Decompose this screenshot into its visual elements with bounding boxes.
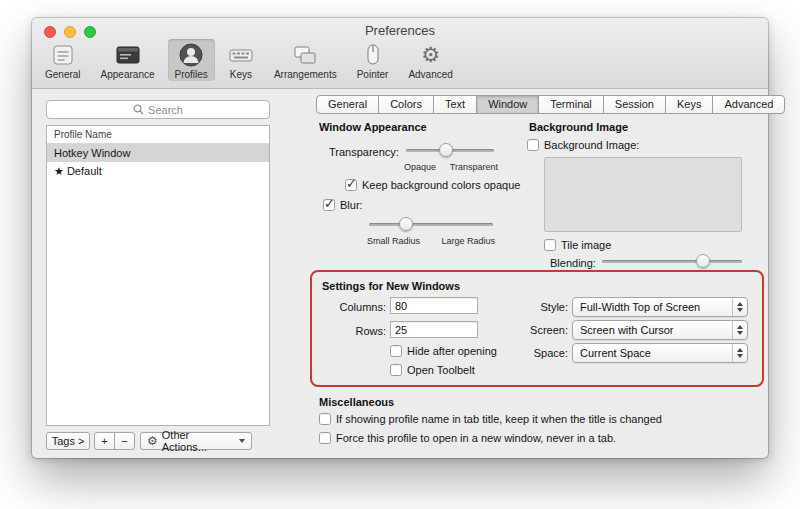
other-actions-label: Other Actions...: [162, 429, 235, 453]
background-image-checkbox[interactable]: Background Image:: [527, 139, 639, 151]
toolbar-item-label: Profiles: [175, 69, 208, 80]
force-new-window-checkbox[interactable]: Force this profile to open in a new wind…: [319, 432, 616, 444]
toolbar-item-label: Pointer: [357, 69, 389, 80]
screen: Preferences General Appearance: [0, 0, 800, 509]
blur-label: Blur:: [340, 199, 363, 211]
blur-minmax: Small Radius Large Radius: [367, 236, 495, 246]
profiles-icon: [178, 41, 204, 68]
search-input[interactable]: Search: [46, 100, 270, 119]
tab-general[interactable]: General: [316, 95, 379, 114]
columns-label: Columns:: [320, 301, 386, 313]
space-popup[interactable]: Current Space: [572, 343, 748, 363]
tab-advanced[interactable]: Advanced: [712, 95, 785, 114]
opaque-label: Opaque: [404, 162, 436, 172]
slider-track: [602, 260, 742, 263]
stepper-arrows-icon: [732, 298, 747, 316]
toolbar-item-label: Advanced: [408, 69, 452, 80]
tab-keys[interactable]: Keys: [665, 95, 713, 114]
toolbar-item-label: Keys: [230, 69, 252, 80]
background-image-preview[interactable]: [544, 157, 742, 232]
transparency-minmax: Opaque Transparent: [404, 162, 498, 172]
keep-profile-name-checkbox[interactable]: If showing profile name in tab title, ke…: [319, 413, 662, 425]
checkbox-box: [345, 179, 357, 191]
large-radius-label: Large Radius: [441, 236, 495, 246]
slider-thumb[interactable]: [399, 217, 413, 231]
checkbox-box: [527, 139, 539, 151]
tab-session[interactable]: Session: [603, 95, 666, 114]
space-label: Space:: [492, 347, 568, 359]
tab-terminal[interactable]: Terminal: [538, 95, 604, 114]
window-appearance-heading: Window Appearance: [319, 121, 427, 133]
checkbox-box: [319, 413, 331, 425]
toolbar-item-advanced[interactable]: ⚙ Advanced: [401, 39, 459, 81]
toolbar-item-general[interactable]: General: [38, 39, 88, 81]
minimize-button[interactable]: [64, 26, 76, 38]
zoom-button[interactable]: [84, 26, 96, 38]
window-title: Preferences: [32, 23, 768, 38]
arrangements-icon: [292, 41, 318, 68]
tile-image-checkbox[interactable]: Tile image: [544, 239, 611, 251]
open-toolbelt-label: Open Toolbelt: [407, 364, 475, 376]
checkbox-box: [390, 364, 402, 376]
screen-popup[interactable]: Screen with Cursor: [572, 320, 748, 340]
keep-profile-name-label: If showing profile name in tab title, ke…: [336, 413, 662, 425]
traffic-lights: [44, 26, 96, 38]
settings-new-windows-heading: Settings for New Windows: [322, 280, 460, 292]
transparent-label: Transparent: [450, 162, 498, 172]
preferences-toolbar: General Appearance Profiles: [38, 39, 460, 81]
open-toolbelt-checkbox[interactable]: Open Toolbelt: [390, 364, 475, 376]
other-actions-popup[interactable]: ⚙ Other Actions...: [140, 432, 252, 450]
tab-window[interactable]: Window: [476, 95, 539, 114]
profile-row-default[interactable]: ★ Default: [47, 162, 269, 180]
toolbar-item-profiles[interactable]: Profiles: [168, 39, 215, 81]
close-button[interactable]: [44, 26, 56, 38]
transparency-slider[interactable]: [406, 143, 494, 157]
rows-label: Rows:: [320, 325, 386, 337]
blending-slider[interactable]: [602, 254, 742, 268]
space-popup-value: Current Space: [580, 347, 651, 359]
style-popup-value: Full-Width Top of Screen: [580, 301, 700, 313]
stepper-arrows-icon: [732, 344, 747, 362]
style-label: Style:: [492, 301, 568, 313]
keep-opaque-checkbox[interactable]: Keep background colors opaque: [345, 179, 520, 191]
chevron-down-icon: [239, 439, 245, 443]
hide-after-opening-label: Hide after opening: [407, 345, 497, 357]
add-profile-button[interactable]: +: [94, 432, 115, 450]
checkbox-box: [390, 345, 402, 357]
background-image-label: Background Image:: [544, 139, 639, 151]
keep-opaque-label: Keep background colors opaque: [362, 179, 520, 191]
screen-popup-value: Screen with Cursor: [580, 324, 674, 336]
blur-checkbox[interactable]: Blur:: [323, 199, 363, 211]
columns-field[interactable]: [390, 297, 478, 314]
stepper-arrows-icon: [732, 321, 747, 339]
tab-colors[interactable]: Colors: [378, 95, 434, 114]
advanced-icon: ⚙: [421, 41, 440, 68]
search-placeholder: Search: [148, 104, 183, 116]
toolbar-item-pointer[interactable]: Pointer: [350, 39, 396, 81]
checkbox-box: [319, 432, 331, 444]
profile-row-hotkey-window[interactable]: Hotkey Window: [47, 144, 269, 162]
slider-thumb[interactable]: [696, 254, 710, 268]
toolbar-item-arrangements[interactable]: Arrangements: [267, 39, 344, 81]
rows-field[interactable]: [390, 321, 478, 338]
small-radius-label: Small Radius: [367, 236, 420, 246]
keys-icon: [228, 41, 254, 68]
tab-text[interactable]: Text: [433, 95, 477, 114]
blur-slider[interactable]: [369, 217, 493, 231]
tags-button[interactable]: Tags >: [46, 432, 90, 450]
hide-after-opening-checkbox[interactable]: Hide after opening: [390, 345, 497, 357]
toolbar-item-label: Appearance: [101, 69, 155, 80]
style-popup[interactable]: Full-Width Top of Screen: [572, 297, 748, 317]
toolbar-item-label: Arrangements: [274, 69, 337, 80]
profile-list: Profile Name Hotkey Window ★ Default: [46, 125, 270, 426]
toolbar-item-keys[interactable]: Keys: [221, 39, 261, 81]
profile-tabbar: General Colors Text Window Terminal Sess…: [316, 95, 785, 114]
slider-thumb[interactable]: [439, 143, 453, 157]
toolbar-item-appearance[interactable]: Appearance: [94, 39, 162, 81]
search-icon: [133, 104, 144, 115]
pointer-icon: [360, 41, 386, 68]
remove-profile-button[interactable]: −: [114, 432, 135, 450]
window-chrome: Preferences General Appearance: [32, 18, 768, 89]
slider-track: [369, 223, 493, 226]
blending-label: Blending:: [550, 257, 596, 269]
